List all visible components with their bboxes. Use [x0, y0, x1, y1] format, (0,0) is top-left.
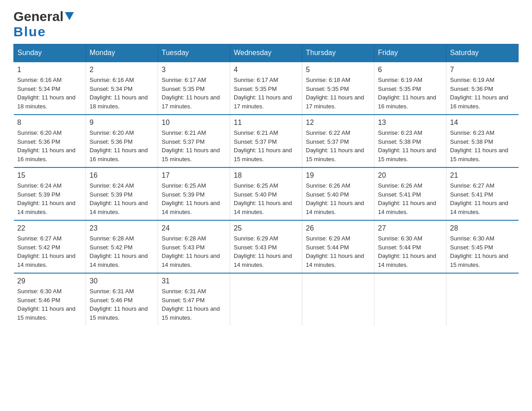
- calendar-cell: 1 Sunrise: 6:16 AM Sunset: 5:34 PM Dayli…: [14, 62, 86, 115]
- day-header-sunday: Sunday: [14, 44, 86, 62]
- logo-general: General: [13, 9, 64, 24]
- day-info: Sunrise: 6:31 AM Sunset: 5:47 PM Dayligh…: [162, 287, 226, 322]
- day-info: Sunrise: 6:16 AM Sunset: 5:34 PM Dayligh…: [90, 76, 154, 111]
- calendar-cell: 7 Sunrise: 6:19 AM Sunset: 5:36 PM Dayli…: [446, 62, 519, 115]
- day-info: Sunrise: 6:30 AM Sunset: 5:44 PM Dayligh…: [378, 234, 442, 269]
- day-info: Sunrise: 6:20 AM Sunset: 5:36 PM Dayligh…: [17, 128, 82, 163]
- calendar-cell: 19 Sunrise: 6:26 AM Sunset: 5:40 PM Dayl…: [302, 167, 374, 220]
- day-header-friday: Friday: [374, 44, 446, 62]
- day-info: Sunrise: 6:23 AM Sunset: 5:38 PM Dayligh…: [378, 128, 442, 163]
- day-number: 11: [234, 119, 298, 127]
- day-info: Sunrise: 6:16 AM Sunset: 5:34 PM Dayligh…: [17, 76, 82, 111]
- day-info: Sunrise: 6:29 AM Sunset: 5:44 PM Dayligh…: [306, 234, 370, 269]
- calendar-cell: 10 Sunrise: 6:21 AM Sunset: 5:37 PM Dayl…: [158, 115, 230, 167]
- day-info: Sunrise: 6:23 AM Sunset: 5:38 PM Dayligh…: [450, 128, 515, 163]
- calendar-cell: 28 Sunrise: 6:30 AM Sunset: 5:45 PM Dayl…: [446, 220, 519, 273]
- day-info: Sunrise: 6:18 AM Sunset: 5:35 PM Dayligh…: [306, 76, 370, 111]
- logo-blue: Blue: [13, 24, 46, 39]
- day-number: 22: [17, 224, 82, 232]
- day-number: 21: [450, 171, 515, 180]
- calendar-cell: 29 Sunrise: 6:30 AM Sunset: 5:46 PM Dayl…: [14, 273, 86, 325]
- day-info: Sunrise: 6:17 AM Sunset: 5:35 PM Dayligh…: [162, 76, 226, 111]
- day-number: 9: [90, 119, 154, 127]
- day-header-wednesday: Wednesday: [230, 44, 302, 62]
- calendar-cell: 12 Sunrise: 6:22 AM Sunset: 5:37 PM Dayl…: [302, 115, 374, 167]
- day-info: Sunrise: 6:20 AM Sunset: 5:36 PM Dayligh…: [90, 128, 154, 163]
- day-info: Sunrise: 6:31 AM Sunset: 5:46 PM Dayligh…: [90, 287, 154, 322]
- calendar-header-row: SundayMondayTuesdayWednesdayThursdayFrid…: [14, 44, 519, 62]
- day-number: 28: [450, 224, 515, 232]
- calendar-cell: [374, 273, 446, 325]
- calendar-cell: 15 Sunrise: 6:24 AM Sunset: 5:39 PM Dayl…: [14, 167, 86, 220]
- day-info: Sunrise: 6:30 AM Sunset: 5:45 PM Dayligh…: [450, 234, 515, 269]
- day-info: Sunrise: 6:30 AM Sunset: 5:46 PM Dayligh…: [17, 287, 82, 322]
- day-info: Sunrise: 6:19 AM Sunset: 5:36 PM Dayligh…: [450, 76, 515, 111]
- day-number: 6: [378, 66, 442, 74]
- calendar-cell: 30 Sunrise: 6:31 AM Sunset: 5:46 PM Dayl…: [86, 273, 158, 325]
- day-info: Sunrise: 6:21 AM Sunset: 5:37 PM Dayligh…: [234, 128, 298, 163]
- day-number: 26: [306, 224, 370, 232]
- calendar-table: SundayMondayTuesdayWednesdayThursdayFrid…: [13, 44, 519, 325]
- calendar-cell: 9 Sunrise: 6:20 AM Sunset: 5:36 PM Dayli…: [86, 115, 158, 167]
- page-header: General Blue: [13, 9, 519, 39]
- day-number: 19: [306, 171, 370, 180]
- day-header-thursday: Thursday: [302, 44, 374, 62]
- day-number: 14: [450, 119, 515, 127]
- day-info: Sunrise: 6:24 AM Sunset: 5:39 PM Dayligh…: [90, 181, 154, 216]
- calendar-cell: 21 Sunrise: 6:27 AM Sunset: 5:41 PM Dayl…: [446, 167, 519, 220]
- calendar-cell: 13 Sunrise: 6:23 AM Sunset: 5:38 PM Dayl…: [374, 115, 446, 167]
- day-number: 27: [378, 224, 442, 232]
- day-number: 17: [162, 171, 226, 180]
- day-info: Sunrise: 6:25 AM Sunset: 5:40 PM Dayligh…: [234, 181, 298, 216]
- logo-arrow-icon: [65, 12, 74, 20]
- day-info: Sunrise: 6:27 AM Sunset: 5:41 PM Dayligh…: [450, 181, 515, 216]
- calendar-cell: 11 Sunrise: 6:21 AM Sunset: 5:37 PM Dayl…: [230, 115, 302, 167]
- day-number: 15: [17, 171, 82, 180]
- day-number: 3: [162, 66, 226, 74]
- calendar-week-row: 22 Sunrise: 6:27 AM Sunset: 5:42 PM Dayl…: [14, 220, 519, 273]
- calendar-cell: 20 Sunrise: 6:26 AM Sunset: 5:41 PM Dayl…: [374, 167, 446, 220]
- day-info: Sunrise: 6:21 AM Sunset: 5:37 PM Dayligh…: [162, 128, 226, 163]
- calendar-cell: 17 Sunrise: 6:25 AM Sunset: 5:39 PM Dayl…: [158, 167, 230, 220]
- calendar-cell: 22 Sunrise: 6:27 AM Sunset: 5:42 PM Dayl…: [14, 220, 86, 273]
- day-number: 30: [90, 277, 154, 285]
- day-info: Sunrise: 6:25 AM Sunset: 5:39 PM Dayligh…: [162, 181, 226, 216]
- calendar-cell: 3 Sunrise: 6:17 AM Sunset: 5:35 PM Dayli…: [158, 62, 230, 115]
- day-number: 2: [90, 66, 154, 74]
- calendar-cell: 26 Sunrise: 6:29 AM Sunset: 5:44 PM Dayl…: [302, 220, 374, 273]
- calendar-cell: 16 Sunrise: 6:24 AM Sunset: 5:39 PM Dayl…: [86, 167, 158, 220]
- day-number: 8: [17, 119, 82, 127]
- calendar-cell: 14 Sunrise: 6:23 AM Sunset: 5:38 PM Dayl…: [446, 115, 519, 167]
- calendar-cell: 23 Sunrise: 6:28 AM Sunset: 5:42 PM Dayl…: [86, 220, 158, 273]
- day-header-saturday: Saturday: [446, 44, 519, 62]
- day-info: Sunrise: 6:17 AM Sunset: 5:35 PM Dayligh…: [234, 76, 298, 111]
- calendar-week-row: 29 Sunrise: 6:30 AM Sunset: 5:46 PM Dayl…: [14, 273, 519, 325]
- day-number: 18: [234, 171, 298, 180]
- day-number: 29: [17, 277, 82, 285]
- calendar-cell: 6 Sunrise: 6:19 AM Sunset: 5:35 PM Dayli…: [374, 62, 446, 115]
- day-number: 5: [306, 66, 370, 74]
- day-number: 16: [90, 171, 154, 180]
- calendar-cell: 5 Sunrise: 6:18 AM Sunset: 5:35 PM Dayli…: [302, 62, 374, 115]
- calendar-cell: 27 Sunrise: 6:30 AM Sunset: 5:44 PM Dayl…: [374, 220, 446, 273]
- day-info: Sunrise: 6:27 AM Sunset: 5:42 PM Dayligh…: [17, 234, 82, 269]
- calendar-week-row: 1 Sunrise: 6:16 AM Sunset: 5:34 PM Dayli…: [14, 62, 519, 115]
- calendar-week-row: 15 Sunrise: 6:24 AM Sunset: 5:39 PM Dayl…: [14, 167, 519, 220]
- day-number: 10: [162, 119, 226, 127]
- calendar-cell: [446, 273, 519, 325]
- day-info: Sunrise: 6:28 AM Sunset: 5:42 PM Dayligh…: [90, 234, 154, 269]
- day-header-monday: Monday: [86, 44, 158, 62]
- day-number: 7: [450, 66, 515, 74]
- calendar-cell: 18 Sunrise: 6:25 AM Sunset: 5:40 PM Dayl…: [230, 167, 302, 220]
- day-info: Sunrise: 6:28 AM Sunset: 5:43 PM Dayligh…: [162, 234, 226, 269]
- day-number: 25: [234, 224, 298, 232]
- calendar-cell: 25 Sunrise: 6:29 AM Sunset: 5:43 PM Dayl…: [230, 220, 302, 273]
- calendar-cell: 8 Sunrise: 6:20 AM Sunset: 5:36 PM Dayli…: [14, 115, 86, 167]
- day-info: Sunrise: 6:26 AM Sunset: 5:41 PM Dayligh…: [378, 181, 442, 216]
- day-info: Sunrise: 6:19 AM Sunset: 5:35 PM Dayligh…: [378, 76, 442, 111]
- calendar-week-row: 8 Sunrise: 6:20 AM Sunset: 5:36 PM Dayli…: [14, 115, 519, 167]
- day-number: 4: [234, 66, 298, 74]
- day-number: 1: [17, 66, 82, 74]
- calendar-cell: [302, 273, 374, 325]
- day-number: 20: [378, 171, 442, 180]
